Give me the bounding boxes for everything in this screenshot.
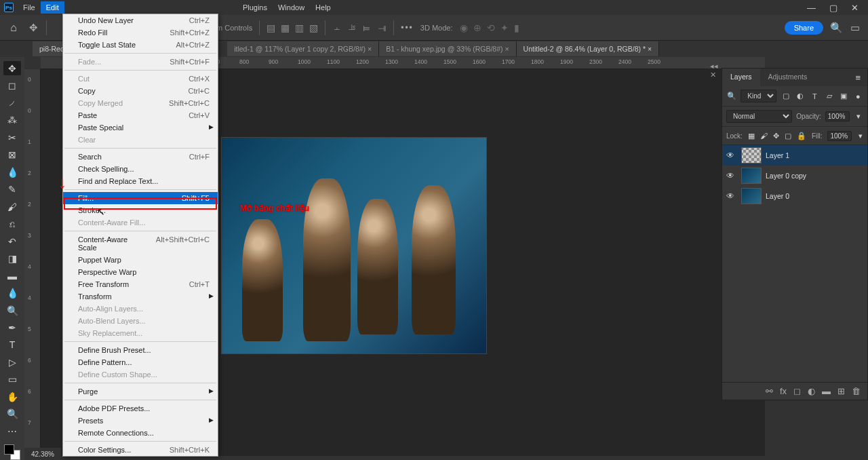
menu-item-search[interactable]: SearchCtrl+F (63, 151, 218, 163)
distribute-icon[interactable]: ⫡ (347, 22, 357, 33)
visibility-icon[interactable]: 👁 (726, 191, 737, 201)
lock-all-icon[interactable]: 🔒 (797, 132, 806, 140)
filter-shape-icon[interactable]: ▱ (824, 91, 834, 102)
filter-image-icon[interactable]: ▢ (781, 91, 791, 102)
dodge-tool[interactable]: 🔍 (3, 303, 21, 318)
document-tab[interactable]: Untitled-2 @ 86.4% (Layer 0, RGB/8) * × (517, 41, 660, 56)
type-tool[interactable]: T (3, 338, 21, 352)
menu-item-copy[interactable]: CopyCtrl+C (63, 85, 218, 97)
blend-mode-select[interactable]: Normal (726, 110, 792, 123)
menu-item-define-brush-preset-[interactable]: Define Brush Preset... (63, 344, 218, 356)
stamp-tool[interactable]: ⎌ (3, 216, 21, 231)
link-icon[interactable]: ⚯ (766, 386, 773, 396)
mask-icon[interactable]: ◻ (793, 386, 801, 396)
lock-pixels-icon[interactable]: 🖌 (760, 132, 768, 140)
layer-item[interactable]: 👁Layer 1 (722, 145, 867, 166)
opacity-input[interactable] (825, 111, 850, 121)
menu-item-purge[interactable]: Purge▶ (63, 385, 218, 398)
align-left-icon[interactable]: ▤ (267, 22, 275, 33)
menu-item-presets[interactable]: Presets▶ (63, 415, 218, 427)
menu-item-undo-new-layer[interactable]: Undo New LayerCtrl+Z (63, 14, 218, 26)
layer-item[interactable]: 👁Layer 0 copy (722, 166, 867, 186)
eyedropper-tool[interactable]: 💧 (3, 165, 21, 179)
folder-icon[interactable]: ▬ (822, 386, 831, 396)
menu-item-transform[interactable]: Transform▶ (63, 290, 218, 303)
adjustments-tab[interactable]: Adjustments (760, 69, 816, 86)
menu-item-stroke-[interactable]: Stroke... (63, 204, 218, 216)
search-icon[interactable]: 🔍 (830, 22, 842, 34)
new-layer-icon[interactable]: ⊞ (837, 386, 845, 396)
align-center-icon[interactable]: ▦ (281, 22, 290, 33)
menu-item-free-transform[interactable]: Free TransformCtrl+T (63, 278, 218, 290)
shape-tool[interactable]: ▭ (3, 372, 21, 387)
move-tool[interactable]: ✥ (3, 61, 21, 75)
brush-tool[interactable]: 🖌 (3, 199, 21, 214)
adjustment-icon[interactable]: ◐ (808, 386, 815, 396)
3d-icon[interactable]: ⟲ (487, 22, 495, 33)
menu-help[interactable]: Help (310, 1, 336, 14)
dropdown-icon[interactable]: ▾ (854, 111, 863, 122)
align-right-icon[interactable]: ▥ (295, 22, 304, 33)
menu-item-adobe-pdf-presets-[interactable]: Adobe PDF Presets... (63, 402, 218, 415)
menu-item-define-pattern-[interactable]: Define Pattern... (63, 356, 218, 368)
menu-item-fill-[interactable]: Fill...Shift+F5 (63, 192, 218, 204)
menu-item-paste[interactable]: PasteCtrl+V (63, 109, 218, 121)
align-bottom-icon[interactable]: ▧ (309, 22, 318, 33)
visibility-icon[interactable]: 👁 (726, 151, 737, 160)
distribute-icon[interactable]: ⫢ (362, 22, 372, 33)
3d-icon[interactable]: ✦ (500, 22, 509, 33)
more-icon[interactable]: ••• (401, 23, 414, 33)
3d-icon[interactable]: ▮ (514, 22, 519, 33)
blur-tool[interactable]: 💧 (3, 286, 21, 300)
menu-plugins[interactable]: Plugins (237, 1, 273, 14)
menu-file[interactable]: File (18, 1, 41, 14)
marquee-tool[interactable]: ◻ (3, 78, 21, 92)
menu-item-check-spelling-[interactable]: Check Spelling... (63, 163, 218, 175)
move-tool-icon[interactable]: ✥ (27, 22, 39, 34)
fg-bg-swatch[interactable] (4, 444, 20, 460)
path-tool[interactable]: ▷ (3, 355, 21, 369)
filter-adjust-icon[interactable]: ◐ (795, 91, 806, 102)
layers-tab[interactable]: Layers (722, 69, 760, 86)
panel-collapse-icons[interactable]: ◂◂ ✕ (708, 60, 722, 81)
tool-more[interactable]: ⋯ (3, 424, 21, 438)
frame-tool[interactable]: ⊠ (3, 147, 21, 161)
history-brush-tool[interactable]: ↶ (3, 234, 21, 248)
gradient-tool[interactable]: ▬ (3, 269, 21, 283)
panel-menu-icon[interactable]: ≡ (848, 69, 867, 86)
filter-select[interactable]: Kind (741, 90, 776, 102)
menu-item-color-settings-[interactable]: Color Settings...Shift+Ctrl+K (63, 444, 218, 456)
eraser-tool[interactable]: ◨ (3, 251, 21, 265)
distribute-icon[interactable]: ⫠ (332, 22, 342, 33)
menu-item-remote-connections-[interactable]: Remote Connections... (63, 427, 218, 439)
document-tab[interactable]: itled-1 @ 117% (Layer 1 copy 2, RGB/8#) … (227, 41, 379, 56)
minimize-button[interactable]: — (807, 3, 816, 13)
trash-icon[interactable]: 🗑 (852, 386, 861, 396)
pen-tool[interactable]: ✒ (3, 320, 21, 334)
share-button[interactable]: Share (785, 21, 823, 35)
3d-icon[interactable]: ⊕ (473, 22, 481, 33)
fill-input[interactable] (827, 131, 852, 141)
workspace-icon[interactable]: ▭ (849, 22, 861, 34)
menu-item-puppet-warp[interactable]: Puppet Warp (63, 254, 218, 266)
search-icon[interactable]: 🔍 (726, 91, 736, 102)
filter-toggle-icon[interactable]: ● (853, 91, 863, 102)
dropdown-icon[interactable]: ▾ (857, 130, 863, 141)
document-tab[interactable]: B1 - khung xep.jpg @ 33% (RGB/8#) × (379, 41, 516, 56)
distribute-icon[interactable]: ⫣ (377, 22, 387, 33)
zoom-tool[interactable]: 🔍 (3, 407, 21, 421)
layer-item[interactable]: 👁Layer 0 (722, 186, 867, 206)
lock-artboard-icon[interactable]: ▢ (785, 132, 791, 140)
menu-item-perspective-warp[interactable]: Perspective Warp (63, 266, 218, 278)
healing-tool[interactable]: ✎ (3, 182, 21, 196)
fx-icon[interactable]: fx (780, 386, 787, 396)
crop-tool[interactable]: ✂ (3, 130, 21, 145)
maximize-button[interactable]: ▢ (829, 3, 837, 13)
lasso-tool[interactable]: ⟋ (3, 96, 21, 110)
lock-trans-icon[interactable]: ▦ (748, 132, 755, 140)
3d-icon[interactable]: ◉ (460, 22, 468, 33)
lock-pos-icon[interactable]: ✥ (773, 132, 779, 140)
menu-item-paste-special[interactable]: Paste Special▶ (63, 121, 218, 134)
menu-item-find-and-replace-text-[interactable]: Find and Replace Text... (63, 175, 218, 187)
filter-type-icon[interactable]: T (810, 91, 820, 102)
